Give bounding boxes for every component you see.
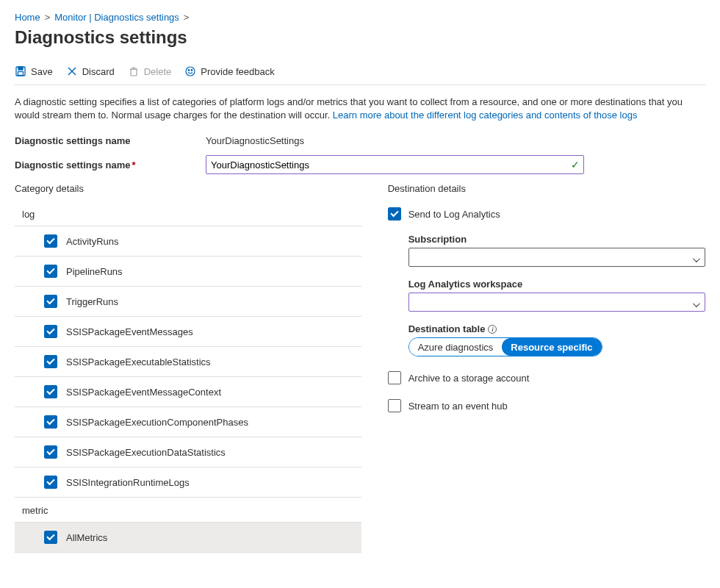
- stream-label: Stream to an event hub: [408, 401, 508, 412]
- name-input-label: Diagnostic settings name*: [15, 159, 206, 171]
- discard-button[interactable]: Discard: [66, 65, 115, 77]
- svg-point-9: [188, 70, 190, 71]
- log-label: SSISPackageExecutionDataStatistics: [66, 447, 226, 458]
- log-label: PipelineRuns: [66, 266, 123, 277]
- subscription-label: Subscription: [408, 234, 705, 245]
- chevron-down-icon: [693, 254, 700, 261]
- feedback-label: Provide feedback: [201, 66, 274, 77]
- destination-table-label: Destination table i: [408, 323, 705, 334]
- log-checkbox-row: TriggerRuns: [15, 287, 361, 317]
- checkbox-ssispackageeventmessages[interactable]: [44, 325, 57, 338]
- svg-rect-5: [131, 69, 137, 76]
- log-checkbox-row: PipelineRuns: [15, 257, 361, 287]
- delete-button: Delete: [128, 65, 172, 77]
- description-text: A diagnostic setting specifies a list of…: [15, 96, 705, 122]
- log-checkbox-row: SSISPackageExecutionComponentPhases: [15, 407, 361, 437]
- chevron-right-icon: >: [45, 12, 51, 23]
- checkbox-send-log-analytics[interactable]: [388, 207, 401, 220]
- log-label: SSISPackageExecutionComponentPhases: [66, 417, 248, 428]
- log-label: SSISPackageExecutableStatistics: [66, 356, 211, 368]
- destination-table-label-text: Destination table: [408, 323, 486, 334]
- log-checkbox-row: SSISPackageEventMessages: [15, 317, 361, 347]
- checkbox-ssispackageexecutiondatastatistics[interactable]: [44, 445, 57, 459]
- metric-checkbox-row: AllMetrics: [15, 523, 361, 553]
- breadcrumb-home[interactable]: Home: [15, 12, 40, 23]
- required-asterisk: *: [132, 159, 135, 171]
- breadcrumb: Home > Monitor | Diagnostics settings >: [15, 12, 705, 23]
- checkbox-pipelineruns[interactable]: [44, 265, 57, 278]
- checkbox-activityruns[interactable]: [44, 234, 57, 248]
- metric-label: AllMetrics: [66, 532, 107, 543]
- checkbox-allmetrics[interactable]: [44, 531, 57, 544]
- checkbox-ssispackageeventmessagecontext[interactable]: [44, 385, 57, 398]
- save-icon: [15, 65, 26, 77]
- breadcrumb-monitor[interactable]: Monitor | Diagnostics settings: [54, 12, 179, 23]
- checkbox-ssispackageexecutablestatistics[interactable]: [44, 355, 57, 368]
- svg-point-8: [186, 67, 195, 76]
- log-label: SSISPackageEventMessageContext: [66, 387, 221, 398]
- log-checkbox-row: SSISIntegrationRuntimeLogs: [15, 467, 361, 498]
- destination-table-toggle: Azure diagnostics Resource specific: [408, 337, 602, 356]
- log-label: ActivityRuns: [66, 236, 119, 247]
- name-input-row: Diagnostic settings name* ✓: [15, 155, 705, 174]
- name-label: Diagnostic settings name: [15, 135, 206, 146]
- checkbox-archive-storage[interactable]: [388, 371, 401, 384]
- name-display-value: YourDiagnosticSettings: [206, 135, 304, 146]
- delete-label: Delete: [144, 66, 172, 77]
- log-label: SSISIntegrationRuntimeLogs: [66, 477, 190, 488]
- save-label: Save: [31, 66, 53, 77]
- chevron-down-icon: [693, 298, 700, 306]
- toolbar: Save Discard Delete Provide feedback: [15, 65, 705, 85]
- chevron-right-icon: >: [184, 12, 190, 23]
- name-input-label-text: Diagnostic settings name: [15, 159, 130, 171]
- svg-rect-1: [18, 67, 23, 70]
- workspace-select[interactable]: [408, 293, 705, 312]
- log-label: SSISPackageEventMessages: [66, 326, 193, 337]
- log-checkbox-row: SSISPackageEventMessageContext: [15, 377, 361, 407]
- metric-group-header: metric: [15, 498, 361, 523]
- checkbox-ssispackageexecutioncomponentphases[interactable]: [44, 415, 57, 429]
- name-display-row: Diagnostic settings name YourDiagnosticS…: [15, 135, 705, 146]
- save-button[interactable]: Save: [15, 65, 53, 77]
- log-group-header: log: [15, 201, 361, 226]
- info-icon[interactable]: i: [488, 325, 497, 334]
- log-checkbox-row: SSISPackageExecutableStatistics: [15, 347, 361, 377]
- log-checkbox-row: SSISPackageExecutionDataStatistics: [15, 437, 361, 467]
- archive-label: Archive to a storage account: [408, 373, 530, 384]
- checkmark-icon: ✓: [571, 159, 580, 171]
- toggle-resource-specific[interactable]: Resource specific: [502, 338, 601, 356]
- checkbox-triggerruns[interactable]: [44, 295, 57, 308]
- svg-rect-2: [18, 72, 24, 76]
- page-title: Diagnostics settings: [15, 27, 705, 48]
- svg-point-10: [191, 70, 192, 71]
- category-details-header: Category details: [15, 183, 361, 194]
- checkbox-ssisintegrationruntimelogs[interactable]: [44, 476, 57, 489]
- trash-icon: [128, 65, 140, 77]
- log-label: TriggerRuns: [66, 296, 118, 307]
- learn-more-link[interactable]: Learn more about the different log categ…: [333, 110, 638, 121]
- diagnostic-name-input[interactable]: [206, 155, 584, 174]
- destination-details-header: Destination details: [388, 183, 705, 194]
- workspace-label: Log Analytics workspace: [408, 279, 705, 290]
- subscription-select[interactable]: [408, 248, 705, 267]
- checkbox-stream-eventhub[interactable]: [388, 399, 401, 412]
- send-log-analytics-label: Send to Log Analytics: [408, 209, 500, 220]
- discard-label: Discard: [82, 66, 115, 77]
- close-icon: [66, 65, 78, 77]
- log-checkbox-row: ActivityRuns: [15, 226, 361, 257]
- provide-feedback-button[interactable]: Provide feedback: [184, 65, 274, 77]
- smile-icon: [184, 65, 196, 77]
- toggle-azure-diagnostics[interactable]: Azure diagnostics: [409, 338, 503, 356]
